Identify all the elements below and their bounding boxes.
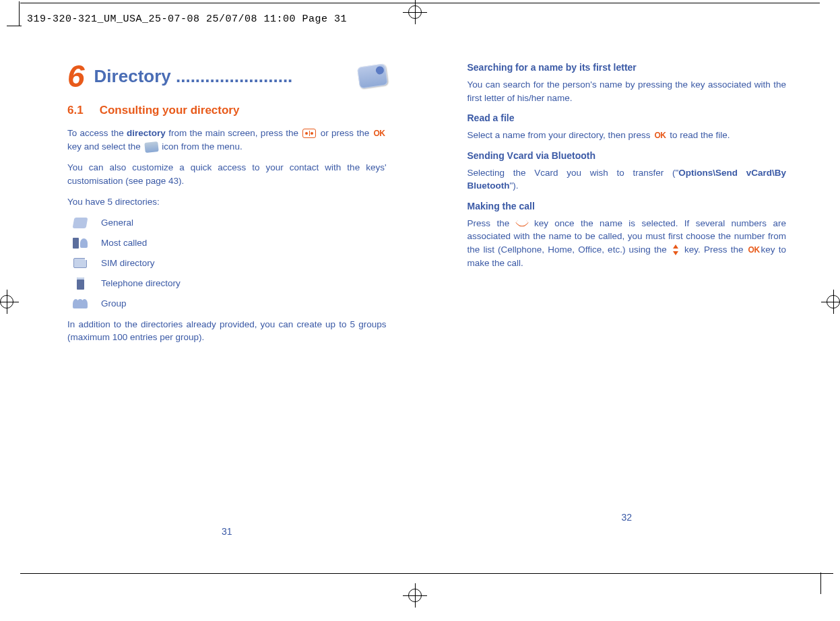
section-heading: 6.1 Consulting your directory	[67, 104, 387, 117]
call-key-icon	[515, 216, 529, 230]
telephone-directory-icon	[73, 277, 88, 290]
page-number: 31	[67, 526, 387, 537]
page-left: 6 Directory ........................ 6.1…	[67, 61, 387, 537]
directory-list: General Most called SIM directory Teleph…	[73, 217, 387, 310]
text: key and select the	[67, 141, 143, 152]
text: Select a name from your directory, then …	[467, 130, 653, 140]
paragraph: To access the directory from the main sc…	[67, 127, 387, 153]
list-label: General	[101, 218, 133, 228]
list-item: Telephone directory	[73, 277, 387, 290]
paragraph: You have 5 directories:	[67, 195, 387, 209]
chapter-number: 6	[67, 61, 85, 92]
most-called-icon	[73, 237, 88, 249]
directory-menu-icon	[144, 141, 158, 152]
text: key. Press the	[681, 244, 747, 255]
section-title: Consulting your directory	[100, 104, 240, 117]
ok-key-icon: OK	[748, 244, 760, 256]
text: Selecting the Vcard you wish to transfer…	[467, 168, 679, 178]
crop-corner	[19, 1, 20, 26]
list-label: SIM directory	[101, 258, 155, 268]
list-item: Most called	[73, 237, 387, 249]
text: or press the	[317, 128, 372, 138]
text-bold: directory	[127, 128, 166, 138]
list-label: Telephone directory	[101, 278, 181, 288]
text: to read the file.	[667, 130, 730, 140]
subheading: Making the call	[467, 201, 787, 211]
paragraph: In addition to the directories already p…	[67, 318, 387, 344]
paragraph: Press the key once the name is selected.…	[467, 217, 787, 269]
crop-corner	[818, 573, 833, 574]
page-right: Searching for a name by its first letter…	[467, 61, 787, 537]
sim-directory-icon	[73, 257, 88, 269]
list-item: General	[73, 217, 387, 229]
ok-key-icon: OK	[374, 128, 385, 139]
subheading: Searching for a name by its first letter	[467, 62, 787, 73]
registration-mark-right	[821, 290, 840, 314]
up-down-key-icon	[672, 244, 680, 255]
general-icon	[73, 217, 88, 229]
registration-mark-top	[403, 0, 427, 24]
text: ").	[510, 181, 519, 191]
section-number: 6.1	[67, 104, 84, 117]
crop-corner	[7, 26, 22, 26]
text: icon from the menu.	[160, 141, 243, 152]
crop-corner	[820, 573, 821, 594]
paragraph: You can search for the person's name by …	[467, 78, 787, 104]
paragraph: You can also customize a quick access to…	[67, 161, 387, 187]
main-screen-icon	[302, 129, 316, 138]
list-item: SIM directory	[73, 257, 387, 269]
subheading: Read a file	[467, 112, 787, 123]
registration-mark-left	[0, 290, 19, 314]
list-label: Most called	[101, 238, 147, 248]
text: from the main screen, press the	[166, 128, 301, 138]
ok-key-icon: OK	[654, 130, 666, 141]
paragraph: Select a name from your directory, then …	[467, 129, 787, 142]
page-number: 32	[467, 512, 787, 523]
text: To access the	[67, 128, 127, 138]
crop-mark-bottom	[20, 573, 820, 574]
chapter-title: Directory ........................	[94, 66, 349, 87]
registration-mark-bottom	[403, 583, 427, 608]
directory-book-icon	[356, 63, 387, 89]
subheading: Sending Vcard via Bluetooth	[467, 150, 787, 161]
print-header: 319-320-321_UM_USA_25-07-08 25/07/08 11:…	[27, 13, 347, 25]
paragraph: Selecting the Vcard you wish to transfer…	[467, 166, 787, 193]
list-item: Group	[73, 298, 387, 310]
group-icon	[73, 298, 88, 310]
list-label: Group	[101, 298, 127, 308]
chapter-heading: 6 Directory ........................	[67, 61, 387, 92]
text: Press the	[467, 218, 516, 228]
